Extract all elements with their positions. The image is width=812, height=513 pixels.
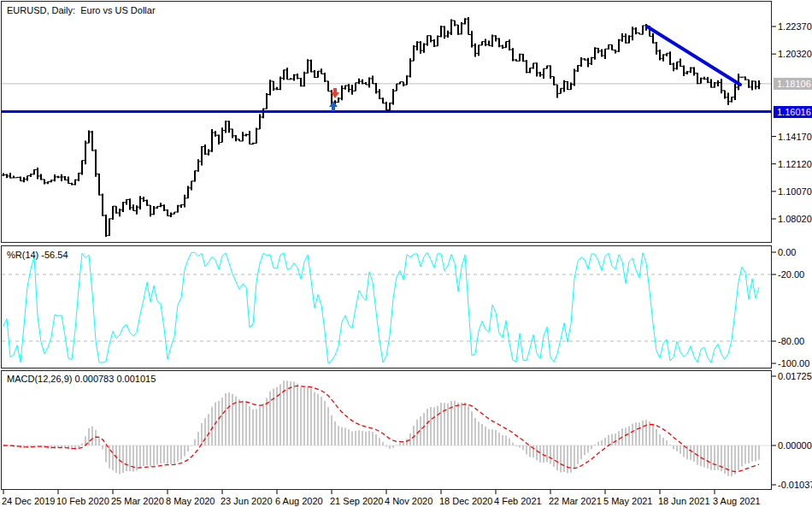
- price-open-close-ticks: [2, 19, 761, 235]
- descending-trendline[interactable]: [647, 27, 740, 85]
- chart-window: EURUSD, Daily: Euro vs US Dollar %R(14) …: [0, 0, 812, 513]
- price-ohlc-bars: [3, 17, 759, 237]
- wpr-line-series: [3, 252, 759, 363]
- macd-histogram-series: [3, 380, 759, 476]
- chart-plot-canvas: [0, 0, 812, 513]
